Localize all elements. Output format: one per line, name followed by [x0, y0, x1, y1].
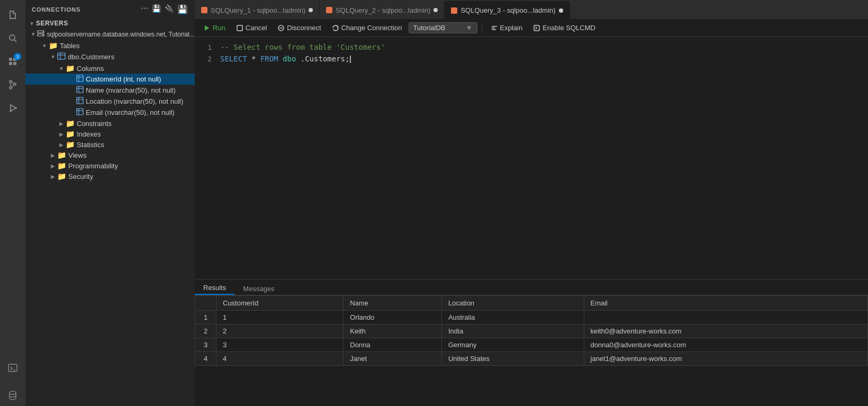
views-chevron: ▶	[49, 152, 57, 158]
svg-rect-37	[77, 109, 83, 115]
row3-num: 3	[195, 338, 216, 352]
row2-email: keith0@adventure-works.com	[584, 324, 868, 338]
columns-folder-icon: 📁	[66, 64, 75, 73]
cancel-button[interactable]: Cancel	[232, 23, 271, 33]
server-chevron: ▼	[30, 31, 37, 37]
results-area: Results Messages CustomerId Name Locatio…	[195, 279, 868, 406]
code-schema: dbo	[283, 55, 296, 63]
svg-rect-41	[237, 25, 242, 31]
sidebar: CONNECTIONS ⋯ 💾 🔌 💾 ▼ SERVERS ▼ sqlpools…	[25, 0, 195, 406]
tab-sqlquery1[interactable]: SQLQuery_1 - sqlpoo...ladmin)	[195, 1, 320, 19]
editor-line-2: 2 SELECT * FROM dbo .Customers;	[195, 53, 868, 65]
server-item[interactable]: ▼ sqlpoolservername.database.windows.net…	[25, 28, 195, 40]
search-icon[interactable]	[2, 28, 23, 49]
extensions-icon[interactable]: 3	[2, 51, 23, 72]
tab2-label: SQLQuery_2 - sqlpoo...ladmin)	[336, 6, 430, 14]
row4-location: United States	[441, 352, 584, 366]
svg-rect-25	[58, 53, 65, 59]
tables-item[interactable]: ▼ 📁 Tables	[25, 40, 195, 51]
disconnect-button[interactable]: Disconnect	[273, 23, 325, 33]
add-connection-icon[interactable]: 💾	[177, 4, 188, 14]
database-icon[interactable]	[2, 385, 23, 406]
keyword-from: FROM	[260, 55, 278, 63]
views-item[interactable]: ▶ 📁 Views	[25, 150, 195, 160]
change-connection-label: Change Connection	[341, 24, 402, 32]
svg-rect-18	[8, 364, 17, 372]
save-icon[interactable]: 💾	[152, 4, 161, 14]
enable-sqlcmd-button[interactable]: Enable SQLCMD	[529, 23, 600, 33]
tab3-label: SQLQuery_3 - sqlpoo...ladmin)	[460, 6, 555, 14]
row4-num: 4	[195, 352, 216, 366]
disconnect-label: Disconnect	[287, 24, 321, 32]
indexes-folder-icon: 📁	[66, 130, 75, 138]
constraints-item[interactable]: ▶ 📁 Constraints	[25, 118, 195, 129]
editor-area[interactable]: 1 -- Select rows from table 'Customers' …	[195, 37, 868, 279]
results-tab-results[interactable]: Results	[195, 282, 234, 295]
column-name[interactable]: Name (nvarchar(50), not null)	[25, 85, 195, 96]
source-control-icon[interactable]	[2, 74, 23, 95]
row4-customerid: 4	[216, 352, 343, 366]
run-label: Run	[213, 24, 225, 32]
editor-line-1: 1 -- Select rows from table 'Customers'	[195, 41, 868, 53]
results-tab-messages[interactable]: Messages	[234, 283, 283, 295]
files-icon[interactable]	[2, 4, 23, 25]
column-icon-1	[76, 75, 84, 84]
servers-chevron: ▼	[28, 21, 36, 26]
statistics-label: Statistics	[77, 141, 104, 149]
run-button[interactable]: Run	[199, 23, 230, 33]
results-header-row: CustomerId Name Location Email	[195, 296, 868, 311]
run-debug-icon[interactable]	[2, 97, 23, 119]
db-dropdown-arrow: ▼	[466, 24, 473, 32]
tab1-dot	[309, 8, 313, 12]
security-item[interactable]: ▶ 📁 Security	[25, 171, 195, 182]
results-col-rownum-header	[195, 296, 216, 311]
tab-sqlquery3[interactable]: SQLQuery_3 - sqlpoo...ladmin)	[445, 1, 569, 19]
columns-chevron: ▼	[57, 66, 66, 71]
row3-name: Donna	[343, 338, 442, 352]
row3-email: donna0@adventure-works.com	[584, 338, 868, 352]
change-connection-button[interactable]: Change Connection	[328, 23, 406, 33]
tab2-dot	[433, 8, 438, 12]
database-selector[interactable]: TutorialDB ▼	[409, 22, 477, 33]
row2-num: 2	[195, 324, 216, 338]
columns-item[interactable]: ▼ 📁 Columns	[25, 63, 195, 74]
svg-rect-28	[77, 75, 83, 82]
dbo-customers-chevron: ▼	[49, 54, 57, 60]
table-row: 1 1 Orlando Australia	[195, 311, 868, 324]
dbo-customers-label: dbo.Customers	[68, 53, 114, 61]
column-email[interactable]: Email (nvarchar(50), not null)	[25, 107, 195, 118]
server-name: sqlpoolservername.database.windows.net, …	[47, 31, 195, 38]
svg-rect-11	[13, 62, 16, 65]
editor-cursor	[349, 55, 351, 63]
dbo-customers-item[interactable]: ▼ dbo.Customers	[25, 51, 195, 63]
row1-name: Orlando	[343, 311, 442, 324]
table-row: 4 4 Janet United States janet1@adventure…	[195, 352, 868, 366]
column-icon-3	[76, 97, 84, 106]
statistics-item[interactable]: ▶ 📁 Statistics	[25, 139, 195, 150]
row3-customerid: 3	[216, 338, 343, 352]
svg-rect-10	[9, 62, 12, 65]
column-customerid-label: CustomerId (int, not null)	[86, 75, 161, 83]
table-row: 2 2 Keith India keith0@adventure-works.c…	[195, 324, 868, 338]
results-col-email-header: Email	[584, 296, 868, 311]
indexes-item[interactable]: ▶ 📁 Indexes	[25, 129, 195, 139]
badge-count: 3	[14, 53, 21, 60]
servers-section[interactable]: ▼ SERVERS	[25, 19, 195, 28]
disconnect-icon[interactable]: 🔌	[165, 4, 174, 14]
svg-point-13	[10, 87, 12, 89]
results-col-location-header: Location	[441, 296, 584, 311]
row1-email	[584, 311, 868, 324]
column-location[interactable]: Location (nvarchar(50), not null)	[25, 96, 195, 107]
column-name-label: Name (nvarchar(50), not null)	[86, 86, 176, 94]
constraints-folder-icon: 📁	[66, 119, 75, 128]
terminal-icon[interactable]	[2, 357, 23, 378]
programmability-item[interactable]: ▶ 📁 Programmability	[25, 160, 195, 171]
explain-button[interactable]: Explain	[486, 23, 527, 33]
tab-sqlquery2[interactable]: SQLQuery_2 - sqlpoo...ladmin)	[320, 1, 445, 19]
column-customerid[interactable]: CustomerId (int, not null)	[25, 74, 195, 85]
code-line-2: SELECT * FROM dbo .Customers;	[220, 55, 351, 63]
table-icon	[57, 52, 66, 62]
row2-customerid: 2	[216, 324, 343, 338]
sidebar-title: CONNECTIONS	[32, 6, 80, 13]
more-options-icon[interactable]: ⋯	[141, 4, 149, 14]
